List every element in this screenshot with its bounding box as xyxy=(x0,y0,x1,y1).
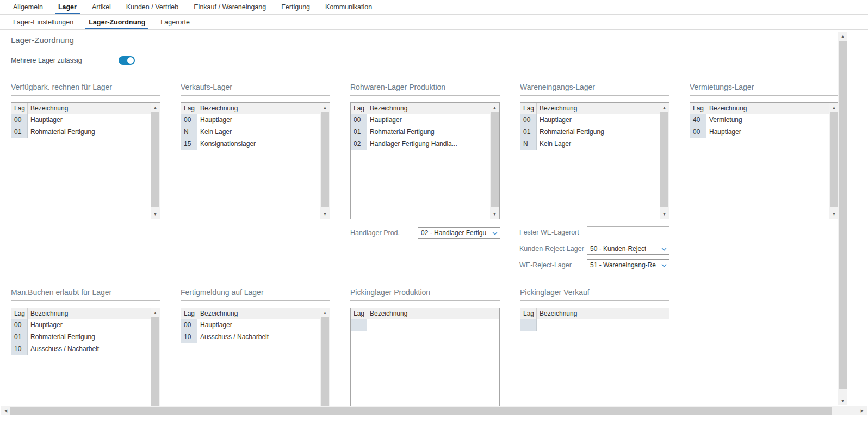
mehrere-lager-label: Mehrere Lager zulässig xyxy=(11,57,119,64)
scrollbar-thumb[interactable] xyxy=(321,317,329,413)
scroll-up-icon[interactable] xyxy=(838,32,847,41)
scrollbar-thumb[interactable] xyxy=(660,112,668,207)
scrollbar-thumb[interactable] xyxy=(839,41,847,389)
scroll-down-icon[interactable] xyxy=(320,210,330,219)
table-row[interactable]: 01 Rohmaterial Fertigung xyxy=(520,126,660,138)
col-header-lag[interactable]: Lag xyxy=(11,308,28,319)
col-header-lag[interactable]: Lag xyxy=(520,308,537,319)
tab-kunden-vertrieb[interactable]: Kunden / Vertrieb xyxy=(119,0,187,14)
scroll-up-icon[interactable] xyxy=(151,308,160,317)
scrollbar-thumb[interactable] xyxy=(151,112,159,207)
table-row[interactable]: 10 Ausschuss / Nacharbeit xyxy=(11,343,151,355)
page-horizontal-scrollbar[interactable] xyxy=(1,406,867,415)
table-vertical-scrollbar[interactable] xyxy=(490,103,499,219)
table-row[interactable]: N Kein Lager xyxy=(181,126,320,138)
scroll-up-icon[interactable] xyxy=(151,103,160,112)
page-vertical-scrollbar[interactable] xyxy=(838,32,847,405)
mehrere-lager-toggle[interactable] xyxy=(119,56,135,65)
col-header-bezeichnung[interactable]: Bezeichnung xyxy=(28,103,151,114)
col-header-lag[interactable]: Lag xyxy=(351,308,367,319)
col-header-bezeichnung[interactable]: Bezeichnung xyxy=(28,308,151,319)
col-header-lag[interactable]: Lag xyxy=(520,103,537,114)
table-row[interactable]: 40 Vermietung xyxy=(690,114,829,126)
col-header-bezeichnung[interactable]: Bezeichnung xyxy=(367,308,499,319)
scrollbar-track[interactable] xyxy=(660,112,669,210)
col-header-bezeichnung[interactable]: Bezeichnung xyxy=(197,308,320,319)
tab-artikel[interactable]: Artikel xyxy=(84,0,119,14)
table-vertical-scrollbar[interactable] xyxy=(660,103,669,219)
scroll-up-icon[interactable] xyxy=(490,103,499,112)
tab-einkauf-wareneingang[interactable]: Einkauf / Wareneingang xyxy=(186,0,274,14)
cell-bezeichnung: Hauptlager xyxy=(706,126,829,138)
scrollbar-track[interactable] xyxy=(838,41,847,396)
col-header-bezeichnung[interactable]: Bezeichnung xyxy=(537,308,669,319)
field-kunden-reject-lager: Kunden-Reject-Lager 50 - Kunden-Reject xyxy=(519,243,669,255)
table-row[interactable]: 00 Hauptlager xyxy=(690,126,829,138)
scrollbar-track[interactable] xyxy=(320,112,330,210)
scroll-left-icon[interactable] xyxy=(1,406,10,415)
table-row[interactable]: 02 Handlager Fertigung Handla... xyxy=(351,138,490,150)
we-reject-lager-combobox[interactable]: 51 - Wareneingang-Re xyxy=(587,259,669,271)
table-vertical-scrollbar[interactable] xyxy=(320,103,330,219)
col-header-lag[interactable]: Lag xyxy=(181,103,197,114)
handlager-prod-combobox[interactable]: 02 - Handlager Fertigu xyxy=(418,227,500,239)
tab-kommunikation[interactable]: Kommunikation xyxy=(318,0,380,14)
table-header-row: Lag Bezeichnung xyxy=(11,103,151,114)
table-row[interactable]: 10 Ausschuss / Nacharbeit xyxy=(181,331,320,343)
scrollbar-track[interactable] xyxy=(151,317,160,415)
scrollbar-track[interactable] xyxy=(10,406,858,415)
table-row[interactable] xyxy=(520,319,669,331)
scrollbar-track[interactable] xyxy=(490,112,499,210)
scrollbar-track[interactable] xyxy=(320,317,330,415)
scroll-down-icon[interactable] xyxy=(838,396,847,405)
table-row[interactable]: 00 Hauptlager xyxy=(181,114,320,126)
scroll-right-icon[interactable] xyxy=(858,406,867,415)
col-header-bezeichnung[interactable]: Bezeichnung xyxy=(706,103,829,114)
table-row[interactable]: 15 Konsignationslager xyxy=(181,138,320,150)
chevron-down-icon xyxy=(661,264,667,267)
table-row[interactable]: 01 Rohmaterial Fertigung xyxy=(11,331,151,343)
tab-fertigung[interactable]: Fertigung xyxy=(274,0,318,14)
scroll-up-icon[interactable] xyxy=(660,103,669,112)
col-header-lag[interactable]: Lag xyxy=(690,103,706,114)
table-row[interactable] xyxy=(351,319,499,331)
scrollbar-thumb[interactable] xyxy=(830,112,838,207)
col-header-lag[interactable]: Lag xyxy=(181,308,197,319)
scroll-down-icon[interactable] xyxy=(660,210,669,219)
scroll-down-icon[interactable] xyxy=(151,210,160,219)
table-vertical-scrollbar[interactable] xyxy=(151,103,160,219)
tab-allgemein[interactable]: Allgemein xyxy=(5,0,51,14)
scrollbar-thumb[interactable] xyxy=(491,112,499,207)
scrollbar-thumb[interactable] xyxy=(321,112,329,207)
table-row[interactable]: 01 Rohmaterial Fertigung xyxy=(351,126,490,138)
table-row[interactable]: 00 Hauptlager xyxy=(520,114,660,126)
subtab-lager-zuordnung[interactable]: Lager-Zuordnung xyxy=(81,15,153,29)
scrollbar-track[interactable] xyxy=(151,112,160,210)
table-row[interactable]: 00 Hauptlager xyxy=(181,319,320,331)
table-row[interactable]: 01 Rohmaterial Fertigung xyxy=(11,126,151,138)
table-vertical-scrollbar[interactable] xyxy=(829,103,839,219)
col-header-bezeichnung[interactable]: Bezeichnung xyxy=(537,103,660,114)
scrollbar-thumb[interactable] xyxy=(10,407,832,415)
cell-lag: 00 xyxy=(351,114,367,126)
scroll-down-icon[interactable] xyxy=(829,210,839,219)
col-header-lag[interactable]: Lag xyxy=(351,103,367,114)
scroll-up-icon[interactable] xyxy=(829,103,839,112)
scroll-down-icon[interactable] xyxy=(490,210,499,219)
table-row[interactable]: 00 Hauptlager xyxy=(11,114,151,126)
col-header-lag[interactable]: Lag xyxy=(11,103,28,114)
scrollbar-thumb[interactable] xyxy=(151,317,159,413)
scrollbar-track[interactable] xyxy=(829,112,839,210)
col-header-bezeichnung[interactable]: Bezeichnung xyxy=(367,103,490,114)
scroll-up-icon[interactable] xyxy=(320,308,330,317)
fester-we-lagerort-input[interactable] xyxy=(587,226,669,238)
col-header-bezeichnung[interactable]: Bezeichnung xyxy=(197,103,320,114)
subtab-lager-einstellungen[interactable]: Lager-Einstellungen xyxy=(5,15,81,29)
table-row[interactable]: 00 Hauptlager xyxy=(351,114,490,126)
scroll-up-icon[interactable] xyxy=(320,103,330,112)
table-row[interactable]: 00 Hauptlager xyxy=(11,319,151,331)
table-row[interactable]: N Kein Lager xyxy=(520,138,660,150)
tab-lager[interactable]: Lager xyxy=(51,0,84,14)
kunden-reject-lager-combobox[interactable]: 50 - Kunden-Reject xyxy=(587,243,669,255)
subtab-lagerorte[interactable]: Lagerorte xyxy=(153,15,197,29)
